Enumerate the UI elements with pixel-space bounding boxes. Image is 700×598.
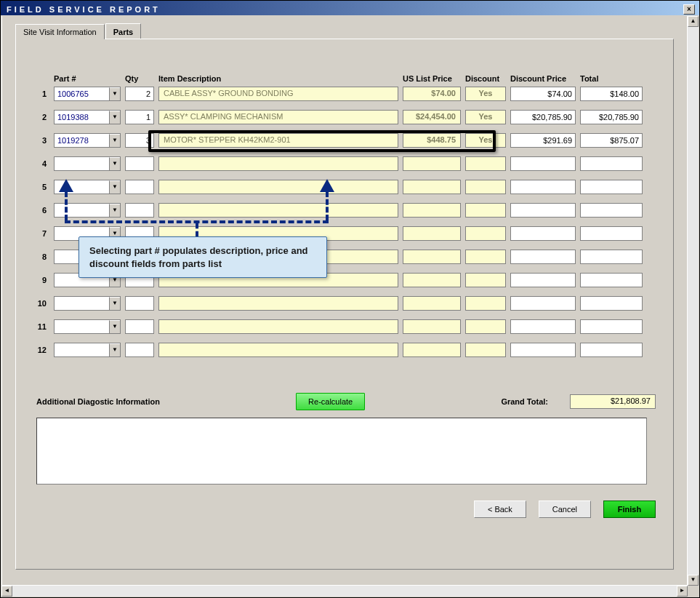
window-title: FIELD SERVICE REPORT <box>7 5 161 14</box>
row-number: 5 <box>33 183 49 191</box>
chevron-down-icon[interactable]: ▼ <box>109 343 120 356</box>
recalculate-button[interactable]: Re-calculate <box>296 393 365 410</box>
total-input[interactable] <box>580 203 643 218</box>
table-row: 12▼ <box>33 342 656 358</box>
total-input[interactable] <box>580 273 643 287</box>
desc-cell <box>158 203 398 218</box>
total-input[interactable] <box>580 156 643 171</box>
qty-input[interactable] <box>125 133 154 148</box>
list-price-cell <box>403 226 461 241</box>
footer-section: Additional Diagostic Information Re-calc… <box>36 393 656 518</box>
part-combo[interactable]: ▼ <box>54 156 121 171</box>
qty-input[interactable] <box>125 87 154 101</box>
part-combo[interactable]: ▼ <box>54 133 121 148</box>
part-combo[interactable]: ▼ <box>54 110 121 124</box>
finish-button[interactable]: Finish <box>603 501 656 518</box>
scroll-right-icon[interactable]: ► <box>677 586 688 597</box>
part-combo[interactable]: ▼ <box>54 296 121 311</box>
part-combo[interactable]: ▼ <box>54 319 121 334</box>
disc-price-input[interactable] <box>510 319 576 334</box>
part-input[interactable] <box>55 87 109 100</box>
disc-price-input[interactable] <box>510 156 576 171</box>
total-input[interactable] <box>580 343 643 357</box>
arrow-head-left <box>59 179 73 192</box>
col-desc: Item Description <box>158 74 398 83</box>
total-input[interactable] <box>580 319 643 334</box>
discount-cell <box>465 156 506 171</box>
part-input[interactable] <box>55 320 109 333</box>
chevron-down-icon[interactable]: ▼ <box>109 297 120 310</box>
chevron-down-icon[interactable]: ▼ <box>109 180 120 194</box>
part-input[interactable] <box>55 204 109 217</box>
part-input[interactable] <box>55 343 109 356</box>
scroll-up-icon[interactable]: ▲ <box>688 16 699 27</box>
part-input[interactable] <box>55 297 109 310</box>
qty-input[interactable] <box>125 156 154 171</box>
qty-input[interactable] <box>125 319 154 334</box>
disc-price-input[interactable] <box>510 87 576 101</box>
scrollbar-horizontal[interactable]: ◄ ► <box>1 586 688 597</box>
qty-input[interactable] <box>125 110 154 124</box>
table-row: 1▼CABLE ASSY* GROUND BONDING$74.00Yes <box>33 86 656 102</box>
part-input[interactable] <box>55 134 109 147</box>
chevron-down-icon[interactable]: ▼ <box>109 87 120 100</box>
disc-price-input[interactable] <box>510 203 576 218</box>
disc-price-input[interactable] <box>510 343 576 357</box>
chevron-down-icon[interactable]: ▼ <box>109 204 120 217</box>
chevron-down-icon[interactable]: ▼ <box>109 134 120 147</box>
scroll-left-icon[interactable]: ◄ <box>1 586 12 597</box>
chevron-down-icon[interactable]: ▼ <box>109 111 120 124</box>
list-price-cell <box>403 203 461 218</box>
table-row: 10▼ <box>33 295 656 311</box>
total-input[interactable] <box>580 87 643 101</box>
total-input[interactable] <box>580 133 643 148</box>
part-input[interactable] <box>55 111 109 124</box>
total-input[interactable] <box>580 226 643 241</box>
qty-input[interactable] <box>125 203 154 218</box>
qty-input[interactable] <box>125 180 154 194</box>
discount-cell <box>465 319 506 334</box>
part-combo[interactable]: ▼ <box>54 203 121 218</box>
chevron-down-icon[interactable]: ▼ <box>109 157 120 170</box>
part-combo[interactable]: ▼ <box>54 343 121 357</box>
discount-cell <box>465 343 506 357</box>
total-input[interactable] <box>580 296 643 311</box>
disc-price-input[interactable] <box>510 296 576 311</box>
qty-input[interactable] <box>125 343 154 357</box>
grand-total-label: Grand Total: <box>501 397 548 406</box>
back-button[interactable]: < Back <box>474 501 526 518</box>
total-input[interactable] <box>580 180 643 194</box>
total-input[interactable] <box>580 110 643 124</box>
col-total: Total <box>580 74 643 83</box>
discount-cell <box>465 250 506 264</box>
part-input[interactable] <box>55 157 109 170</box>
chevron-down-icon[interactable]: ▼ <box>109 320 120 333</box>
disc-price-input[interactable] <box>510 180 576 194</box>
row-number: 4 <box>33 159 49 168</box>
scroll-down-icon[interactable]: ▼ <box>688 575 699 586</box>
disc-price-input[interactable] <box>510 226 576 241</box>
annotation-callout: Selecting part # populates description, … <box>79 236 327 278</box>
tab-site-visit[interactable]: Site Visit Information <box>15 24 105 39</box>
cancel-button[interactable]: Cancel <box>539 501 591 518</box>
list-price-cell <box>403 180 461 194</box>
part-combo[interactable]: ▼ <box>54 87 121 101</box>
disc-price-input[interactable] <box>510 133 576 148</box>
table-row: 3▼MOTOR* STEPPER KH42KM2-901$448.75Yes <box>33 132 656 148</box>
desc-cell: CABLE ASSY* GROUND BONDING <box>158 87 398 101</box>
arrow-head-right <box>320 179 334 192</box>
list-price-cell: $448.75 <box>403 133 461 148</box>
disc-price-input[interactable] <box>510 110 576 124</box>
tab-parts[interactable]: Parts <box>105 23 142 39</box>
disc-price-input[interactable] <box>510 273 576 287</box>
close-icon[interactable]: × <box>683 4 695 15</box>
discount-cell: Yes <box>465 110 506 124</box>
discount-cell <box>465 296 506 311</box>
total-input[interactable] <box>580 250 643 264</box>
row-number: 3 <box>33 136 49 145</box>
scrollbar-vertical[interactable]: ▲ ▼ <box>688 16 699 586</box>
disc-price-input[interactable] <box>510 250 576 264</box>
qty-input[interactable] <box>125 296 154 311</box>
col-part-no: Part # <box>54 74 121 83</box>
diagnostic-textarea[interactable] <box>36 418 647 485</box>
